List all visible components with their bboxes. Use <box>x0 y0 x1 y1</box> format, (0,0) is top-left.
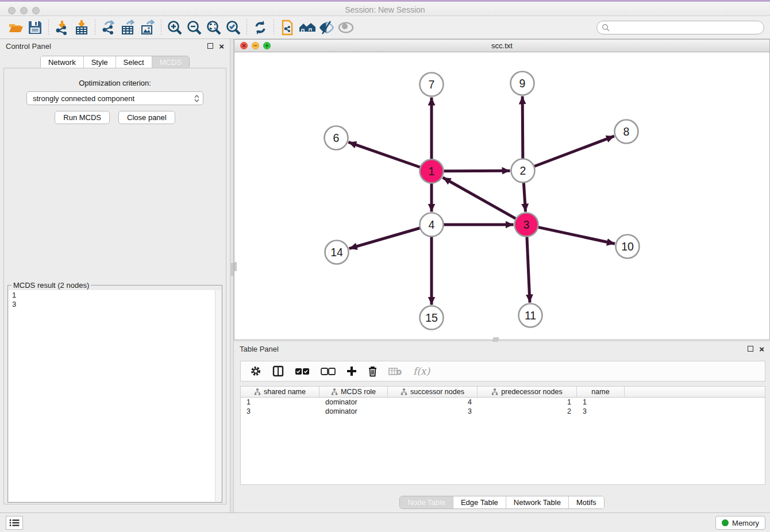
import-network-button[interactable] <box>52 18 72 37</box>
save-session-button[interactable] <box>25 18 45 37</box>
cell-predecessor-nodes[interactable]: 1 <box>478 398 577 406</box>
tab-select[interactable]: Select <box>116 56 152 68</box>
column-header-predecessor-nodes[interactable]: predecessor nodes <box>478 387 577 397</box>
graph-edge-1-6[interactable] <box>348 142 420 167</box>
svg-text:6: 6 <box>333 132 340 144</box>
close-panel-icon[interactable]: × <box>219 42 224 51</box>
zoom-in-button[interactable] <box>165 18 184 37</box>
graph-node-14[interactable]: 14 <box>325 241 349 264</box>
tab-network-table[interactable]: Network Table <box>506 496 568 508</box>
home-button[interactable] <box>297 18 317 37</box>
graph-edge-3-11[interactable] <box>527 236 530 302</box>
graph-node-3[interactable]: 3 <box>515 213 538 237</box>
tab-edge-table[interactable]: Edge Table <box>453 496 506 508</box>
column-type-icon <box>331 388 338 395</box>
apply-layout-button[interactable] <box>251 18 270 37</box>
checked-boxes-icon <box>295 368 310 375</box>
cell-successor-nodes[interactable]: 3 <box>388 407 478 415</box>
graph-edge-2-3[interactable] <box>523 182 525 211</box>
network-window-titlebar[interactable]: scc.txt <box>234 40 769 52</box>
table-header-row: shared nameMCDS rolesuccessor nodesprede… <box>241 387 765 398</box>
export-image-button[interactable] <box>138 18 157 37</box>
graph-node-7[interactable]: 7 <box>420 73 444 97</box>
cell-successor-nodes[interactable]: 4 <box>388 398 478 406</box>
cell-shared-name[interactable]: 1 <box>241 398 319 406</box>
column-header-successor-nodes[interactable]: successor nodes <box>388 387 478 397</box>
graph-edge-4-14[interactable] <box>349 228 421 249</box>
float-panel-icon[interactable] <box>748 346 753 352</box>
table-tabs: Node TableEdge TableNetwork TableMotifs <box>399 496 604 509</box>
bird-view-button[interactable] <box>336 18 356 37</box>
main-toolbar <box>0 16 770 39</box>
graph-node-11[interactable]: 11 <box>519 304 542 327</box>
graph-node-8[interactable]: 8 <box>615 120 638 144</box>
network-canvas[interactable]: 1234678910111415 <box>234 52 769 340</box>
export-table-button[interactable] <box>118 18 138 37</box>
graph-node-1[interactable]: 1 <box>420 160 444 183</box>
column-header-name[interactable]: name <box>577 387 625 397</box>
mcds-result-scrollbar[interactable] <box>215 290 221 502</box>
table-row[interactable]: 1dominator411 <box>241 398 765 407</box>
delete-table-button <box>388 367 402 376</box>
tab-style[interactable]: Style <box>83 56 116 68</box>
graph-edge-1-2[interactable] <box>443 171 510 171</box>
table-options-button[interactable] <box>250 365 261 377</box>
graphics-details-button[interactable] <box>317 18 336 37</box>
task-history-button[interactable] <box>6 516 23 530</box>
delete-column-button[interactable] <box>368 366 378 377</box>
graph-node-9[interactable]: 9 <box>511 72 534 95</box>
cell-shared-name[interactable]: 3 <box>241 407 319 415</box>
run-mcds-button[interactable]: Run MCDS <box>55 111 110 124</box>
delete-table-icon <box>388 367 402 376</box>
import-table-button[interactable] <box>72 18 91 37</box>
graph-edge-3-10[interactable] <box>538 227 615 244</box>
cell-name[interactable]: 3 <box>577 407 625 415</box>
column-panel-button[interactable] <box>272 365 284 377</box>
create-column-button[interactable] <box>346 366 357 376</box>
graph-edge-3-1[interactable] <box>443 178 517 219</box>
column-header-shared-name[interactable]: shared name <box>241 387 319 397</box>
cell-MCDS-role[interactable]: dominator <box>319 407 388 415</box>
cell-name[interactable]: 1 <box>577 398 625 406</box>
graph-edge-2-9[interactable] <box>522 96 523 159</box>
column-header-MCDS-role[interactable]: MCDS role <box>319 387 388 397</box>
graph-node-15[interactable]: 15 <box>420 306 444 330</box>
export-image-icon <box>140 20 156 36</box>
tab-network[interactable]: Network <box>41 56 83 68</box>
svg-text:7: 7 <box>429 78 435 91</box>
criterion-dropdown[interactable]: strongly connected component <box>26 91 203 105</box>
tab-mcds[interactable]: MCDS <box>152 56 189 68</box>
memory-button[interactable]: Memory <box>715 516 765 530</box>
cell-predecessor-nodes[interactable]: 2 <box>478 407 577 415</box>
column-label: name <box>591 388 609 396</box>
search-input[interactable] <box>612 23 759 32</box>
graph-node-6[interactable]: 6 <box>325 126 348 150</box>
close-panel-icon[interactable]: × <box>759 345 764 353</box>
svg-text:11: 11 <box>525 309 536 322</box>
cell-MCDS-role[interactable]: dominator <box>319 398 388 406</box>
unselect-all-columns-button[interactable] <box>321 368 336 375</box>
network-from-file-button[interactable] <box>278 18 297 37</box>
zoom-selected-button[interactable] <box>224 18 243 37</box>
svg-text:4: 4 <box>429 218 435 231</box>
graph-node-10[interactable]: 10 <box>616 235 640 259</box>
float-panel-icon[interactable] <box>207 43 213 49</box>
function-builder-button: f(x) <box>413 365 430 377</box>
zoom-fit-button[interactable] <box>204 18 224 37</box>
tab-node-table[interactable]: Node Table <box>400 496 453 508</box>
select-all-columns-button[interactable] <box>295 368 310 375</box>
close-panel-button[interactable]: Close panel <box>118 111 175 124</box>
tab-motifs[interactable]: Motifs <box>568 496 604 508</box>
graph-node-2[interactable]: 2 <box>511 159 535 183</box>
window-titlebar: Session: New Session <box>0 0 770 16</box>
column-type-icon <box>401 388 407 395</box>
search-box[interactable] <box>596 21 764 34</box>
graph-node-4[interactable]: 4 <box>420 213 444 237</box>
mcds-result-list[interactable]: 13 <box>9 290 221 502</box>
vertical-splitter[interactable] <box>230 39 234 512</box>
open-session-button[interactable] <box>6 18 25 37</box>
graph-edge-2-8[interactable] <box>534 136 614 167</box>
zoom-out-button[interactable] <box>184 18 204 37</box>
export-network-button[interactable] <box>99 18 118 37</box>
table-row[interactable]: 3dominator323 <box>241 407 765 416</box>
